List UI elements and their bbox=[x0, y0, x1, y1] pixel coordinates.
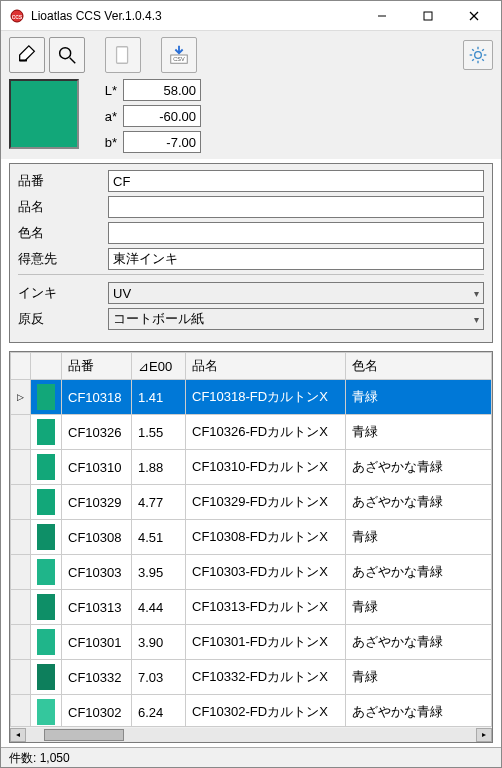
row-indicator: ▷ bbox=[11, 380, 31, 415]
horizontal-scrollbar[interactable]: ◂ ▸ bbox=[10, 726, 492, 742]
results-table: 品番 ⊿E00 品名 色名 ▷CF103181.41CF10318-FDカルトン… bbox=[10, 352, 492, 726]
statusbar: 件数: 1,050 bbox=[1, 747, 501, 767]
de00-cell: 1.55 bbox=[132, 415, 186, 450]
hinban-cell: CF10313 bbox=[62, 590, 132, 625]
ironame-cell: あざやかな青緑 bbox=[346, 485, 492, 520]
ink-select[interactable]: UV ▾ bbox=[108, 282, 484, 304]
row-indicator bbox=[11, 625, 31, 660]
b-label: b* bbox=[99, 135, 123, 150]
l-label: L* bbox=[99, 83, 123, 98]
eraser-button[interactable] bbox=[9, 37, 45, 73]
color-cell bbox=[31, 660, 62, 695]
color-cell bbox=[31, 625, 62, 660]
hinmei-cell: CF10303-FDカルトンX bbox=[186, 555, 346, 590]
hinmei-cell: CF10318-FDカルトンX bbox=[186, 380, 346, 415]
l-input[interactable] bbox=[123, 79, 201, 101]
hinmei-col-header[interactable]: 品名 bbox=[186, 353, 346, 380]
hinmei-cell: CF10332-FDカルトンX bbox=[186, 660, 346, 695]
toolbar: CSV bbox=[1, 31, 501, 79]
svg-text:CSV: CSV bbox=[173, 56, 185, 62]
table-row[interactable]: CF103134.44CF10313-FDカルトンX青緑 bbox=[11, 590, 492, 625]
table-row[interactable]: CF103261.55CF10326-FDカルトンX青緑 bbox=[11, 415, 492, 450]
scroll-left-arrow[interactable]: ◂ bbox=[10, 728, 26, 742]
hinmei-cell: CF10302-FDカルトンX bbox=[186, 695, 346, 727]
tokuisaki-label: 得意先 bbox=[18, 250, 108, 268]
hinban-cell: CF10303 bbox=[62, 555, 132, 590]
hinmei-cell: CF10310-FDカルトンX bbox=[186, 450, 346, 485]
ironame-cell: 青緑 bbox=[346, 415, 492, 450]
ironame-col-header[interactable]: 色名 bbox=[346, 353, 492, 380]
chevron-down-icon: ▾ bbox=[474, 314, 479, 325]
color-cell bbox=[31, 590, 62, 625]
table-row[interactable]: CF103327.03CF10332-FDカルトンX青緑 bbox=[11, 660, 492, 695]
de00-cell: 4.44 bbox=[132, 590, 186, 625]
color-cell bbox=[31, 450, 62, 485]
color-cell bbox=[31, 380, 62, 415]
ironame-cell: あざやかな青緑 bbox=[346, 625, 492, 660]
hinmei-cell: CF10329-FDカルトンX bbox=[186, 485, 346, 520]
close-button[interactable] bbox=[451, 1, 497, 30]
de00-cell: 3.90 bbox=[132, 625, 186, 660]
scroll-right-arrow[interactable]: ▸ bbox=[476, 728, 492, 742]
hinban-col-header[interactable]: 品番 bbox=[62, 353, 132, 380]
csv-export-button[interactable]: CSV bbox=[161, 37, 197, 73]
de00-cell: 4.77 bbox=[132, 485, 186, 520]
minimize-button[interactable] bbox=[359, 1, 405, 30]
hinban-cell: CF10332 bbox=[62, 660, 132, 695]
svg-marker-6 bbox=[20, 46, 35, 61]
titlebar-title: Lioatlas CCS Ver.1.0.4.3 bbox=[31, 9, 359, 23]
table-row[interactable]: CF103294.77CF10329-FDカルトンXあざやかな青緑 bbox=[11, 485, 492, 520]
tokuisaki-input[interactable] bbox=[108, 248, 484, 270]
hinban-cell: CF10310 bbox=[62, 450, 132, 485]
hinmei-input[interactable] bbox=[108, 196, 484, 218]
table-row[interactable]: CF103084.51CF10308-FDカルトンX青緑 bbox=[11, 520, 492, 555]
search-button[interactable] bbox=[49, 37, 85, 73]
hinban-cell: CF10302 bbox=[62, 695, 132, 727]
color-cell bbox=[31, 555, 62, 590]
settings-button[interactable] bbox=[463, 40, 493, 70]
de00-col-header[interactable]: ⊿E00 bbox=[132, 353, 186, 380]
scroll-thumb[interactable] bbox=[44, 729, 124, 741]
maximize-button[interactable] bbox=[405, 1, 451, 30]
new-document-button[interactable] bbox=[105, 37, 141, 73]
de00-cell: 1.41 bbox=[132, 380, 186, 415]
row-header-col bbox=[11, 353, 31, 380]
de00-cell: 3.95 bbox=[132, 555, 186, 590]
ironame-cell: 青緑 bbox=[346, 520, 492, 555]
ironame-label: 色名 bbox=[18, 224, 108, 242]
row-indicator bbox=[11, 695, 31, 727]
record-count: 件数: 1,050 bbox=[9, 751, 70, 765]
b-input[interactable] bbox=[123, 131, 201, 153]
hinmei-cell: CF10301-FDカルトンX bbox=[186, 625, 346, 660]
ironame-cell: あざやかな青緑 bbox=[346, 555, 492, 590]
scroll-track[interactable] bbox=[26, 728, 476, 742]
titlebar: ccs Lioatlas CCS Ver.1.0.4.3 bbox=[1, 1, 501, 31]
hinban-cell: CF10329 bbox=[62, 485, 132, 520]
color-cell bbox=[31, 485, 62, 520]
hinban-cell: CF10301 bbox=[62, 625, 132, 660]
ink-value: UV bbox=[113, 286, 131, 301]
chevron-down-icon: ▾ bbox=[474, 288, 479, 299]
gentan-select[interactable]: コートボール紙 ▾ bbox=[108, 308, 484, 330]
hinban-input[interactable] bbox=[108, 170, 484, 192]
gentan-label: 原反 bbox=[18, 310, 108, 328]
row-indicator bbox=[11, 415, 31, 450]
de00-cell: 4.51 bbox=[132, 520, 186, 555]
svg-line-21 bbox=[482, 49, 484, 51]
table-row[interactable]: CF103026.24CF10302-FDカルトンXあざやかな青緑 bbox=[11, 695, 492, 727]
svg-point-13 bbox=[475, 52, 482, 59]
table-row[interactable]: CF103101.88CF10310-FDカルトンXあざやかな青緑 bbox=[11, 450, 492, 485]
table-row[interactable]: ▷CF103181.41CF10318-FDカルトンX青緑 bbox=[11, 380, 492, 415]
a-input[interactable] bbox=[123, 105, 201, 127]
color-cell bbox=[31, 520, 62, 555]
table-row[interactable]: CF103033.95CF10303-FDカルトンXあざやかな青緑 bbox=[11, 555, 492, 590]
hinmei-cell: CF10326-FDカルトンX bbox=[186, 415, 346, 450]
table-row[interactable]: CF103013.90CF10301-FDカルトンXあざやかな青緑 bbox=[11, 625, 492, 660]
color-cell bbox=[31, 695, 62, 727]
row-indicator bbox=[11, 450, 31, 485]
ironame-input[interactable] bbox=[108, 222, 484, 244]
row-indicator bbox=[11, 520, 31, 555]
de00-cell: 6.24 bbox=[132, 695, 186, 727]
svg-line-19 bbox=[482, 59, 484, 61]
search-form: 品番 品名 色名 得意先 インキ UV ▾ 原反 コートボール紙 ▾ bbox=[9, 163, 493, 343]
